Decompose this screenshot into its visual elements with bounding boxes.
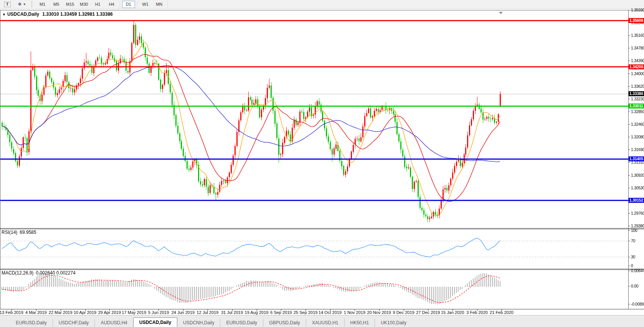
date-label: 9 Dec 2019 — [393, 310, 414, 315]
level-price-badge: 1.35606 — [629, 18, 644, 23]
timeframe-button-w1[interactable]: W1 — [139, 1, 152, 8]
toolbar-drag-handle[interactable] — [31, 1, 34, 7]
date-label: 17 May 2019 — [122, 310, 146, 315]
chart-tab-gbpusd-daily[interactable]: GBPUSD,Daily — [263, 319, 306, 327]
level-price-badge: 1.34206 — [629, 64, 644, 69]
timeframe-button-m1[interactable]: M1 — [36, 1, 49, 8]
macd-axis-label: 0.006448 — [631, 268, 644, 273]
price-axis-label: 1.34000 — [631, 71, 644, 76]
date-label: 19 Aug 2019 — [245, 310, 269, 315]
macd-axis-label: 0.00 — [631, 284, 644, 288]
toolbar-separator — [167, 1, 168, 8]
timeframe-button-mn[interactable]: MN — [153, 1, 165, 8]
date-label: 6 Sep 2019 — [270, 310, 292, 315]
chart-tab-usdchf-daily[interactable]: USDCHF,Daily — [53, 319, 95, 327]
chart-tab-uk100-daily[interactable]: UK100,Daily — [375, 319, 412, 327]
rsi-label: RSI(14)69.9585 — [2, 230, 36, 235]
price-axis-label: 1.30920 — [631, 173, 644, 177]
chart-shift-marker-icon[interactable]: ▼ — [499, 11, 502, 15]
date-label: 29 Apr 2019 — [98, 310, 121, 315]
date-label: 3 Feb 2020 — [466, 310, 488, 315]
style-picker-button[interactable]: ❖ ▼ — [15, 1, 29, 8]
level-price-badge: 1.33011 — [629, 104, 644, 108]
chart-tab-eurusd-daily[interactable]: EURUSD,Daily — [10, 319, 53, 327]
date-label: 22 Mar 2019 — [49, 310, 73, 315]
price-axis-label: 1.29760 — [631, 211, 644, 215]
price-axis-label: 1.32080 — [631, 135, 644, 139]
chart-left-border — [0, 10, 0, 309]
chart-tab-hk50-h1[interactable]: HK50,H1 — [344, 319, 375, 327]
date-label: 10 Apr 2019 — [74, 310, 96, 315]
price-axis-label: 1.34780 — [631, 46, 644, 50]
date-label: 1 Nov 2019 — [344, 310, 365, 315]
chart-tab-usdcad-daily[interactable]: USDCAD,Daily — [133, 317, 177, 327]
time-axis-line — [0, 309, 644, 309]
timeframe-button-d1[interactable]: D1 — [122, 1, 135, 8]
panel-separator[interactable] — [0, 269, 644, 269]
rsi-axis-label: 100 — [631, 228, 644, 233]
date-label: 31 Jul 2019 — [221, 310, 243, 315]
price-axis-label: 1.31690 — [631, 147, 644, 152]
price-axis-label: 1.33620 — [631, 84, 644, 89]
chart-title: ▼USDCAD,Daily1.33010 1.33459 1.32981 1.3… — [2, 12, 113, 17]
chart-tab-eurusd-daily[interactable]: EURUSD,Daily — [220, 319, 263, 327]
text-tool-button[interactable]: T — [0, 1, 14, 8]
price-axis-label: 1.35160 — [631, 33, 644, 38]
timeframe-button-h1[interactable]: H1 — [92, 1, 104, 8]
ohlc-readout: 1.33010 1.33459 1.32981 1.33386 — [42, 12, 113, 17]
title-marker-icon[interactable]: ▼ — [2, 13, 6, 16]
chart-tab-usdcnh-daily[interactable]: USDCNH,Daily — [177, 319, 220, 327]
chart-tab-audusd-h4[interactable]: AUDUSD,H4 — [94, 319, 133, 327]
date-label: 25 Sep 2019 — [294, 310, 317, 315]
chevron-down-icon: ▼ — [23, 3, 26, 6]
chart-tab-bar: EURUSD,DailyUSDCHF,DailyAUDUSD,H4USDCAD,… — [0, 315, 644, 327]
date-label: 27 Dec 2019 — [416, 310, 440, 315]
panel-separator[interactable] — [0, 269, 644, 270]
macd-label: MACD(12,26,9)0.002640 0.002274 — [2, 270, 76, 276]
price-axis-label: 1.34390 — [631, 58, 644, 63]
timeframe-button-m30[interactable]: M30 — [78, 1, 90, 8]
symbol-period-label: USDCAD,Daily — [7, 12, 39, 17]
chart-canvas[interactable] — [0, 10, 629, 311]
panel-separator[interactable] — [0, 228, 644, 228]
level-price-badge: 1.30152 — [629, 198, 644, 203]
date-label: 15 Jan 2020 — [441, 310, 464, 315]
date-label: 5 Jun 2019 — [148, 310, 169, 315]
date-label: 13 Feb 2019 — [0, 310, 23, 315]
chart-tab-xauusd-h1[interactable]: XAUUSD,H1 — [306, 319, 344, 327]
chart-top-border — [0, 10, 644, 10]
timeframe-button-m15[interactable]: M15 — [64, 1, 76, 8]
toolbar-separator — [120, 1, 120, 8]
date-label: 12 Jul 2019 — [197, 310, 218, 315]
timeframe-button-h4[interactable]: H4 — [106, 1, 118, 8]
macd-axis-label: -0.00898 — [631, 302, 644, 306]
price-axis-label: 1.32850 — [631, 109, 644, 114]
current-price-badge: 1.33386 — [629, 91, 644, 96]
price-axis-label: 1.35930 — [631, 8, 644, 12]
panel-separator[interactable] — [0, 229, 644, 229]
rsi-axis-label: 30 — [631, 255, 644, 259]
level-price-badge: 1.31405 — [629, 156, 644, 161]
price-axis-label: 1.33230 — [631, 97, 644, 101]
price-axis-label: 1.30530 — [631, 186, 644, 190]
rsi-axis-label: 70 — [631, 238, 644, 243]
date-label: 20 Nov 2019 — [367, 310, 391, 315]
date-label: 4 Mar 2019 — [25, 310, 47, 315]
timeframe-toolbar: M1M5M15M30H1H4D1W1MN — [36, 1, 166, 8]
rsi-axis-label: 0 — [631, 263, 644, 268]
text-tool-icon: T — [4, 2, 11, 7]
timeframe-button-m5[interactable]: M5 — [50, 1, 63, 8]
styles-palette-icon: ❖ — [18, 2, 22, 7]
toolbar-separator — [137, 1, 137, 8]
date-label: 21 Feb 2020 — [490, 310, 514, 315]
mt4-window: T ❖ ▼ M1M5M15M30H1H4D1W1MN ▼USDCAD,Daily… — [0, 0, 644, 327]
top-toolbar: T ❖ ▼ M1M5M15M30H1H4D1W1MN — [0, 0, 644, 9]
price-axis-label: 1.32460 — [631, 122, 644, 127]
price-axis-label: 1.29380 — [631, 223, 644, 228]
date-label: 14 Oct 2019 — [319, 310, 342, 315]
date-label: 24 Jun 2019 — [172, 310, 195, 315]
